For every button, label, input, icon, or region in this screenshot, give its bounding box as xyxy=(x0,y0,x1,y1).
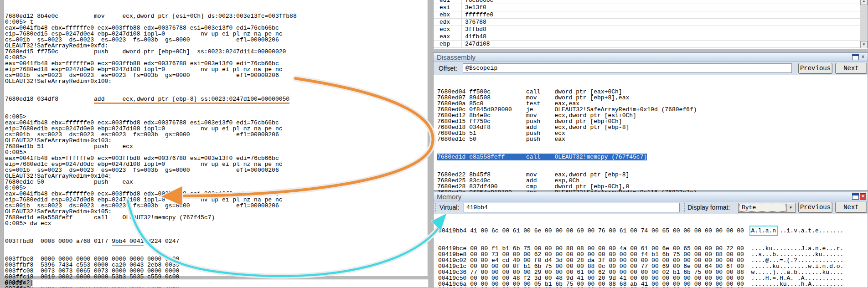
disassembly-previous-button[interactable]: Previous xyxy=(798,63,832,74)
dock-window-icon[interactable] xyxy=(852,54,859,60)
console-output-line: 7680ed12 8b4e0c mov ecx,dword ptr [esi+0… xyxy=(5,13,297,19)
console-output-line: 0:005> dw ecx xyxy=(5,221,297,226)
register-row[interactable]: esi 3e13f0 xyxy=(434,4,860,11)
disassembly-title-bar: Disassembly × xyxy=(434,53,868,62)
disassembly-row[interactable]: 7680ed1c 50 push eax xyxy=(437,136,868,142)
console-output-line: 7680ed1b 51 push ecx xyxy=(5,144,297,149)
command-window: 7680ed12 8b4e0c mov ecx,dword ptr [esi+0… xyxy=(0,0,433,288)
register-row[interactable]: ecx 3ffbd8 xyxy=(434,26,860,33)
command-output-text: 7680ed12 8b4e0c mov ecx,dword ptr [esi+0… xyxy=(5,1,297,288)
command-prompt-bar: 0:005> xyxy=(4,279,429,288)
toolbar-gripper-icon xyxy=(684,203,686,212)
close-icon[interactable]: × xyxy=(860,193,866,200)
chevron-down-icon[interactable]: ▼ xyxy=(786,204,795,212)
memory-next-button[interactable]: Next xyxy=(835,202,867,213)
registers-panel: edi 76cb66bc esi 3e13f0 ebx ffffffe0 edx… xyxy=(433,0,868,49)
console-output-line: 7680ed1c 50 push eax xyxy=(5,179,297,185)
command-input[interactable] xyxy=(30,279,429,288)
offset-label: Offset: xyxy=(439,65,457,72)
scroll-down-icon[interactable]: ▼ xyxy=(860,41,868,48)
memory-toolbar: Virtual: Display format: Byte ▼ Previous… xyxy=(434,201,868,214)
dw-line-cyan-underlined: 9bb4 0041 xyxy=(112,238,144,245)
console-output-line: OLEAUT32!SafeArrayRedim+0x100: xyxy=(5,78,297,84)
dw-line-suffix: d224 0247 xyxy=(144,238,179,245)
console-line-dw-output: 003ffbd8 0008 0000 a768 01f7 9bb4 0041 d… xyxy=(5,238,297,244)
register-row[interactable]: edx 376788 xyxy=(434,19,860,26)
memory-dump: 00419bb4 41 00 6c 00 61 00 6e 00 00 00 6… xyxy=(434,215,868,288)
ascii-highlight-box: A.l.a.n xyxy=(751,227,776,234)
scroll-up-icon[interactable]: ▲ xyxy=(860,0,868,5)
disassembly-row-selected[interactable]: 7680ed1d e8a558feff call OLEAUT32!memcpy… xyxy=(437,154,868,160)
toolbar-gripper-icon xyxy=(435,203,437,212)
disassembly-next-button[interactable]: Next xyxy=(835,63,867,74)
register-row[interactable]: eax 41fb48 xyxy=(434,33,860,41)
offset-input[interactable] xyxy=(463,63,792,73)
text-caret xyxy=(31,280,32,286)
memory-title-bar: Memory × xyxy=(434,192,868,201)
disassembly-panel: Disassembly × Offset: Previous Next 7680… xyxy=(433,52,868,190)
memory-row-first[interactable]: 00419bb4 41 00 6c 00 61 00 6e 00 00 00 6… xyxy=(438,228,868,234)
registers-list: edi 76cb66bc esi 3e13f0 ebx ffffffe0 edx… xyxy=(434,0,860,48)
memory-row-hex: 00419bb4 41 00 6c 00 61 00 6e 00 00 00 6… xyxy=(438,227,751,234)
dw-line-prefix: 003ffbd8 0008 0000 a768 01f7 xyxy=(5,238,112,245)
memory-row-ascii: ...i.v.a.t.e....... xyxy=(776,227,843,234)
memory-title: Memory xyxy=(437,193,461,201)
display-format-value: Byte xyxy=(740,204,785,211)
disassembly-listing: 7680ed04 ff500c call dword ptr [eax+0Ch]… xyxy=(434,76,868,190)
prompt-label: 0:005> xyxy=(5,280,26,286)
console-line-add-instruction: 7680ed18 034df8 add ecx,dword ptr [ebp-8… xyxy=(5,96,297,102)
console-output-line: 7680ed15 ff750c push dword ptr [ebp+0Ch]… xyxy=(5,49,297,55)
register-row[interactable]: ebp 247d108 xyxy=(434,41,860,48)
virtual-address-input[interactable] xyxy=(464,203,680,212)
display-format-dropdown[interactable]: Byte ▼ xyxy=(738,203,796,213)
add-line-prefix: 7680ed18 034df8 xyxy=(5,96,94,103)
virtual-label: Virtual: xyxy=(439,204,459,211)
registers-scrollbar[interactable]: ▲ ▼ xyxy=(860,0,868,48)
add-line-orange-underlined: add ecx,dword ptr [ebp-8] ss:0023:0247d1… xyxy=(94,96,289,103)
disassembly-title: Disassembly xyxy=(437,53,475,61)
command-output-area[interactable]: 7680ed12 8b4e0c mov ecx,dword ptr [esi+0… xyxy=(4,0,428,276)
disassembly-toolbar: Offset: Previous Next xyxy=(434,62,868,75)
dock-window-icon[interactable] xyxy=(852,193,859,200)
memory-previous-button[interactable]: Previous xyxy=(798,202,832,213)
close-icon[interactable]: × xyxy=(860,54,866,60)
selected-instruction: 7680ed1d e8a558feff call OLEAUT32!memcpy… xyxy=(437,154,647,160)
memory-panel: Memory × Virtual: Display format: Byte ▼… xyxy=(433,192,868,288)
register-row[interactable]: edi 76cb66bc xyxy=(434,0,860,4)
display-format-label: Display format: xyxy=(687,204,730,211)
register-row[interactable]: ebx ffffffe0 xyxy=(434,11,860,19)
